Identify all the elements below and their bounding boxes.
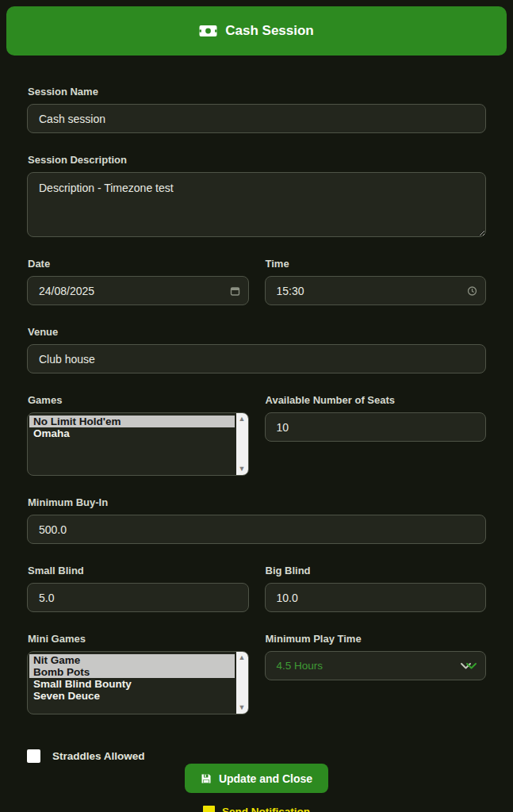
- session-description-field: Session Description Description - Timezo…: [27, 154, 486, 237]
- straddles-label: Straddles Allowed: [52, 750, 145, 762]
- games-listbox[interactable]: No Limit Hold'em Omaha ▲ ▼: [27, 412, 249, 476]
- time-label: Time: [266, 258, 487, 270]
- available-seats-field: Available Number of Seats: [265, 394, 487, 442]
- scroll-down-icon[interactable]: ▼: [239, 704, 246, 711]
- games-scrollbar[interactable]: ▲ ▼: [236, 413, 248, 475]
- calendar-icon[interactable]: [230, 285, 240, 296]
- mini-games-option-nit-game[interactable]: Nit Game: [29, 654, 235, 666]
- send-notification-row: Send Notification: [27, 806, 486, 812]
- games-option-no-limit-holdem[interactable]: No Limit Hold'em: [29, 416, 235, 427]
- time-field: Time: [265, 258, 487, 305]
- update-and-close-button[interactable]: Update and Close: [185, 764, 328, 793]
- mini-games-option-bomb-pots[interactable]: Bomb Pots: [29, 666, 235, 678]
- mini-games-label: Mini Games: [28, 633, 249, 645]
- minimum-play-time-field: Minimum Play Time 4.5 Hours: [265, 633, 487, 680]
- games-option-omaha[interactable]: Omaha: [29, 427, 235, 439]
- save-icon: [201, 773, 212, 784]
- big-blind-input[interactable]: [265, 583, 487, 612]
- date-input[interactable]: [27, 276, 249, 305]
- blinds-row: Small Blind Big Blind: [27, 565, 486, 612]
- games-field: Games No Limit Hold'em Omaha ▲ ▼: [27, 394, 249, 476]
- date-field: Date: [27, 258, 249, 305]
- send-notification-checkbox[interactable]: [203, 806, 215, 812]
- minimum-play-time-label: Minimum Play Time: [266, 633, 487, 645]
- cash-session-page: Cash Session Session Name Session Descri…: [0, 6, 513, 812]
- games-seats-row: Games No Limit Hold'em Omaha ▲ ▼ Availab…: [27, 394, 486, 476]
- mini-games-option-small-blind-bounty[interactable]: Small Blind Bounty: [29, 678, 235, 690]
- mini-games-scrollbar[interactable]: ▲ ▼: [236, 652, 248, 714]
- header-banner: Cash Session: [6, 6, 507, 56]
- button-row: Update and Close: [27, 764, 486, 793]
- small-blind-input[interactable]: [27, 583, 249, 612]
- session-name-field: Session Name: [27, 86, 486, 133]
- clock-icon[interactable]: [467, 285, 477, 296]
- scroll-down-icon[interactable]: ▼: [239, 465, 246, 473]
- mini-games-playtime-row: Mini Games Nit Game Bomb Pots Small Blin…: [27, 633, 486, 714]
- games-label: Games: [28, 394, 249, 406]
- session-description-textarea[interactable]: Description - Timezone test: [27, 172, 486, 237]
- venue-field: Venue: [27, 326, 486, 373]
- chevron-down-icon: [460, 661, 477, 671]
- date-label: Date: [28, 258, 249, 270]
- straddles-checkbox[interactable]: [27, 749, 40, 763]
- minimum-buy-in-field: Minimum Buy-In: [27, 496, 486, 544]
- session-description-label: Session Description: [28, 154, 486, 166]
- scroll-up-icon[interactable]: ▲: [239, 416, 246, 423]
- venue-label: Venue: [28, 326, 486, 338]
- page-title: Cash Session: [225, 23, 314, 39]
- available-seats-label: Available Number of Seats: [266, 394, 487, 406]
- scroll-up-icon[interactable]: ▲: [239, 654, 246, 661]
- mini-games-field: Mini Games Nit Game Bomb Pots Small Blin…: [27, 633, 249, 714]
- venue-input[interactable]: [27, 344, 486, 373]
- minimum-play-time-value: 4.5 Hours: [277, 660, 323, 672]
- time-input[interactable]: [265, 276, 487, 305]
- small-blind-label: Small Blind: [28, 565, 249, 576]
- money-icon: [199, 25, 217, 37]
- date-time-row: Date Time: [27, 258, 486, 305]
- send-notification-label: Send Notification: [222, 806, 310, 812]
- big-blind-field: Big Blind: [265, 565, 487, 612]
- minimum-play-time-select[interactable]: 4.5 Hours: [265, 651, 487, 680]
- session-name-label: Session Name: [28, 86, 486, 98]
- available-seats-input[interactable]: [265, 412, 487, 442]
- session-name-input[interactable]: [27, 104, 486, 133]
- update-and-close-label: Update and Close: [219, 772, 312, 785]
- session-form: Session Name Session Description Descrip…: [0, 62, 513, 812]
- small-blind-field: Small Blind: [27, 565, 249, 612]
- straddles-row: Straddles Allowed: [27, 749, 486, 763]
- minimum-buy-in-label: Minimum Buy-In: [28, 496, 486, 508]
- mini-games-listbox[interactable]: Nit Game Bomb Pots Small Blind Bounty Se…: [27, 651, 249, 714]
- big-blind-label: Big Blind: [266, 565, 487, 576]
- minimum-buy-in-input[interactable]: [27, 515, 486, 544]
- mini-games-option-seven-deuce[interactable]: Seven Deuce: [29, 690, 235, 702]
